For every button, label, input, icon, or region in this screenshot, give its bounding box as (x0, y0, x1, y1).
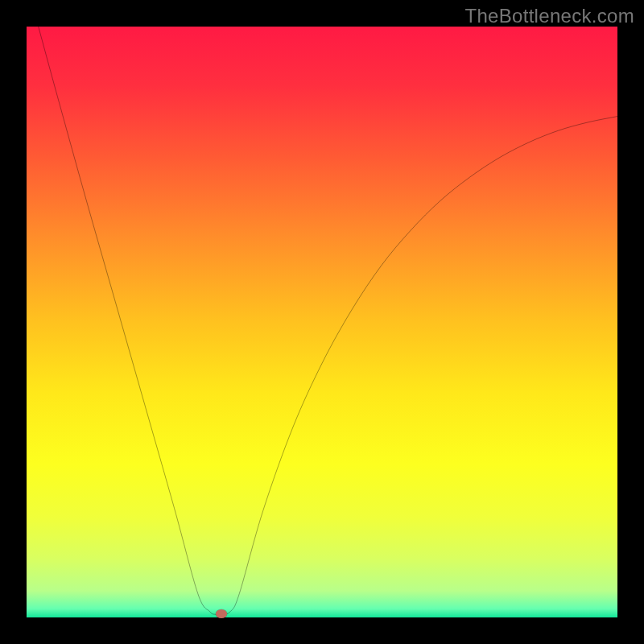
chart-frame: TheBottleneck.com (0, 0, 644, 644)
plot-area (27, 27, 617, 617)
bottleneck-curve (27, 27, 617, 617)
watermark-text: TheBottleneck.com (464, 5, 634, 27)
